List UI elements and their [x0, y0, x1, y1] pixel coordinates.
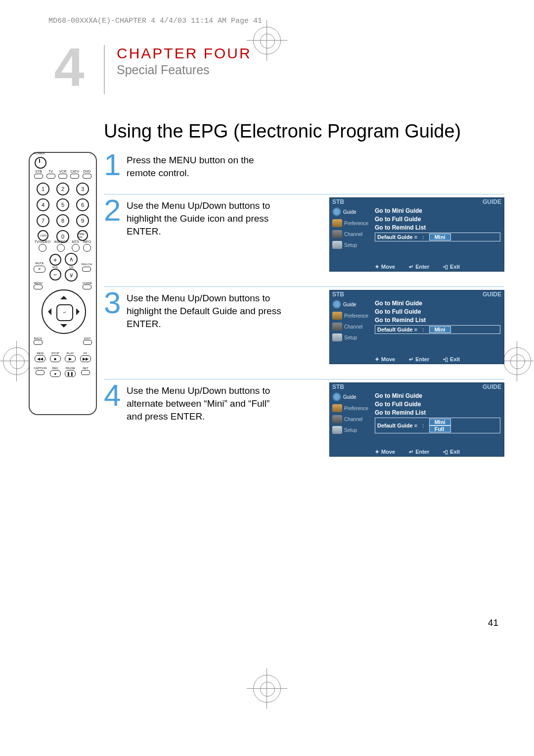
instruction-step: 2 Use the Menu Up/Down buttons to highli… [104, 194, 504, 272]
mute-icon: ✕ [34, 266, 45, 273]
step-number: 1 [104, 152, 127, 178]
instruction-step: 1 Press the MENU button on the remote co… [104, 152, 504, 179]
chevron-up-icon: ∧ [65, 253, 78, 266]
step-text: Press the MENU button on the remote cont… [127, 152, 285, 179]
globe-icon [332, 392, 341, 401]
registration-mark-icon [253, 27, 281, 54]
exit-icon: •▯ [443, 449, 448, 455]
step-number: 3 [104, 290, 127, 316]
gear-icon [332, 241, 342, 249]
remote-control-illustration: POWER STB TV VCR CATV DVD 1 2 3 4 5 6 7 [29, 152, 97, 415]
instruction-step: 4 Use the Menu Up/Down buttons to altern… [104, 379, 504, 457]
move-icon: ✦ [375, 264, 379, 270]
gear-icon [332, 333, 342, 341]
chapter-number: 4 [35, 42, 104, 91]
chevron-down-icon: ∨ [65, 269, 78, 282]
page-number: 41 [488, 617, 498, 628]
section-title: Using the EPG (Electronic Program Guide) [104, 121, 534, 142]
preference-icon [332, 219, 342, 227]
preference-icon [332, 312, 342, 320]
move-icon: ✦ [375, 356, 379, 362]
step-text: Use the Menu Up/Down buttons to highligh… [127, 290, 285, 330]
osd-screenshot-guide: STBGUIDE Guide Preference Channel Setup … [329, 290, 504, 364]
move-icon: ✦ [375, 449, 379, 455]
globe-icon [332, 207, 341, 216]
dpad-icon: ↵ [42, 289, 86, 334]
step-number: 4 [104, 382, 127, 409]
channel-icon [332, 323, 342, 331]
exit-icon: •▯ [443, 264, 448, 270]
chapter-label: CHAPTER FOUR [117, 45, 252, 62]
channel-icon [332, 415, 342, 423]
channel-icon [332, 230, 342, 238]
preference-icon [332, 404, 342, 412]
doc-header-meta: MD68-00XXXA(E)-CHAPTER 4 4/4/03 11:14 AM… [0, 0, 534, 25]
step-number: 2 [104, 197, 127, 224]
registration-mark-icon [503, 347, 531, 375]
globe-icon [332, 300, 341, 309]
osd-screenshot-guide: STBGUIDE Guide Preference Channel Setup … [329, 197, 504, 272]
enter-icon: ↵ [56, 304, 73, 321]
registration-mark-icon [253, 675, 281, 703]
step-text: Use the Menu Up/Down buttons to highligh… [127, 197, 285, 237]
enter-icon: ↵ [409, 449, 413, 455]
exit-icon: •▯ [443, 356, 448, 362]
enter-icon: ↵ [409, 264, 413, 270]
step-text: Use the Menu Up/Down buttons to alternat… [127, 382, 285, 423]
power-icon [35, 157, 46, 169]
enter-icon: ↵ [409, 356, 413, 362]
instruction-step: 3 Use the Menu Up/Down buttons to highli… [104, 286, 504, 364]
osd-screenshot-guide-dropdown: STBGUIDE Guide Preference Channel Setup … [329, 382, 504, 457]
gear-icon [332, 426, 342, 434]
chapter-subtitle: Special Features [117, 63, 252, 77]
registration-mark-icon [3, 347, 31, 375]
